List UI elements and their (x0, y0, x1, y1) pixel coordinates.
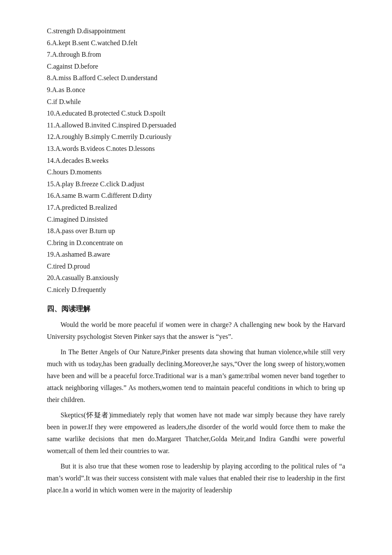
line-19c: C.tired D.proud (47, 261, 345, 272)
line-19a: 19.A.ashamed B.aware (47, 249, 345, 260)
line-text: 16.A.same B.warm C.different D.dirty (47, 192, 152, 199)
line-text: 13.A.words B.videos C.notes D.lessons (47, 145, 155, 152)
line-12: 12.A.roughly B.simply C.merrily D.curiou… (47, 131, 345, 142)
line-text: 8.A.miss B.afford C.select D.understand (47, 74, 157, 81)
line-14a: 14.A.decades B.weeks (47, 155, 345, 166)
line-text: 20.A.casually B.anxiously (47, 274, 119, 281)
line-9a: 9.A.as B.once (47, 84, 345, 95)
reading-section: Would the world be more peaceful if wome… (47, 319, 345, 496)
line-text: C.imagined D.insisted (47, 216, 108, 223)
paragraph-4: But it is also true that these women ros… (47, 460, 345, 496)
line-6: 6.A.kept B.sent C.watched D.felt (47, 38, 345, 49)
line-text: C.if D.while (47, 98, 81, 105)
line-text: C.tired D.proud (47, 263, 90, 270)
line-7c: C.against D.before (47, 61, 345, 72)
line-text: 14.A.decades B.weeks (47, 157, 109, 164)
line-text: 17.A.predicted B.realized (47, 204, 117, 211)
line-text: 7.A.through B.from (47, 51, 101, 58)
line-20c: C.nicely D.frequently (47, 284, 345, 295)
line-15: 15.A.play B.freeze C.click D.adjust (47, 179, 345, 190)
line-11: 11.A.allowed B.invited C.inspired D.pers… (47, 120, 345, 131)
line-text: 6.A.kept B.sent C.watched D.felt (47, 39, 137, 46)
line-17c: C.imagined D.insisted (47, 214, 345, 225)
line-7a: 7.A.through B.from (47, 49, 345, 60)
main-content: C.strength D.disappointment 6.A.kept B.s… (47, 26, 345, 496)
line-text: 10.A.educated B.protected C.stuck D.spoi… (47, 110, 165, 117)
line-text: 9.A.as B.once (47, 86, 85, 93)
line-14c: C.hours D.moments (47, 167, 345, 178)
line-text: C.strength D.disappointment (47, 27, 125, 35)
line-16: 16.A.same B.warm C.different D.dirty (47, 190, 345, 201)
line-18a: 18.A.pass over B.turn up (47, 225, 345, 237)
line-cs-d: C.strength D.disappointment (47, 26, 345, 37)
line-10: 10.A.educated B.protected C.stuck D.spoi… (47, 108, 345, 119)
line-9c: C.if D.while (47, 96, 345, 107)
paragraph-1: Would the world be more peaceful if wome… (47, 319, 345, 343)
line-text: 12.A.roughly B.simply C.merrily D.curiou… (47, 133, 171, 140)
line-text: 11.A.allowed B.invited C.inspired D.pers… (47, 121, 176, 129)
line-8: 8.A.miss B.afford C.select D.understand (47, 72, 345, 84)
line-text: 15.A.play B.freeze C.click D.adjust (47, 180, 144, 188)
line-text: C.against D.before (47, 63, 98, 70)
paragraph-2: In The Better Angels of Our Nature,Pinke… (47, 346, 345, 406)
mcq-lines: C.strength D.disappointment 6.A.kept B.s… (47, 26, 345, 295)
line-text: C.hours D.moments (47, 168, 101, 176)
line-13: 13.A.words B.videos C.notes D.lessons (47, 143, 345, 154)
line-18c: C.bring in D.concentrate on (47, 237, 345, 249)
paragraph-3: Skeptics(怀疑者)immediately reply that wome… (47, 409, 345, 457)
line-17a: 17.A.predicted B.realized (47, 202, 345, 213)
line-text: 19.A.ashamed B.aware (47, 251, 110, 258)
line-20a: 20.A.casually B.anxiously (47, 272, 345, 283)
line-text: C.bring in D.concentrate on (47, 239, 123, 246)
line-text: 18.A.pass over B.turn up (47, 227, 115, 234)
section-four-title: 四、阅读理解 (47, 303, 345, 315)
line-text: C.nicely D.frequently (47, 286, 106, 293)
